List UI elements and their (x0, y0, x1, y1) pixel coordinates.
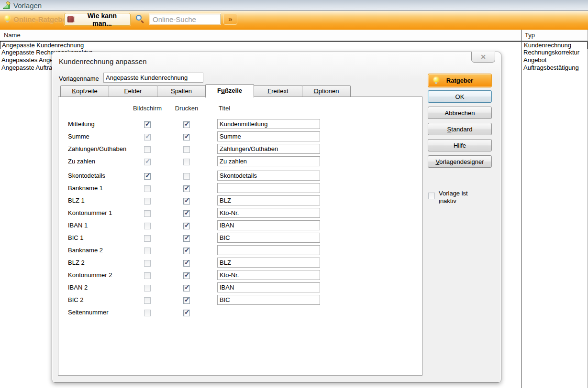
tab-optionen[interactable]: Optionen (302, 85, 351, 97)
tab-felder[interactable]: Felder (109, 85, 157, 97)
column-header-bildschirm: Bildschirm (128, 105, 166, 112)
print-checkbox[interactable]: ✓ (183, 297, 190, 304)
titel-input[interactable] (217, 220, 320, 230)
tab-freitext[interactable]: Freitext (254, 85, 302, 97)
cell-typ: Angebot (523, 56, 546, 64)
titel-input[interactable] (217, 183, 320, 193)
check-icon: ✓ (184, 132, 190, 140)
screen-checkbox[interactable] (144, 210, 151, 217)
row-label: Skontodetails (68, 172, 105, 179)
column-header-name[interactable]: Name (4, 30, 21, 41)
titel-input[interactable] (217, 233, 320, 243)
ok-button[interactable]: OK (428, 90, 492, 103)
titel-input[interactable] (217, 144, 320, 154)
titel-input[interactable] (217, 208, 320, 218)
print-checkbox[interactable]: ✓ (183, 134, 190, 140)
vorlagenname-label: Vorlagenname (59, 75, 99, 82)
titel-input[interactable] (217, 282, 320, 292)
dialog-side-panel: RatgeberOKAbbrechenStandardHilfeVorlagen… (428, 52, 492, 383)
row-label: Zu zahlen (68, 158, 95, 165)
row-label: IBAN 1 (68, 222, 88, 229)
ratgeber-button[interactable]: Ratgeber (428, 74, 492, 87)
form-row: Kontonummer 1✓ (58, 207, 422, 218)
form-row: BLZ 1✓ (58, 194, 422, 206)
screen-checkbox[interactable] (144, 297, 151, 304)
print-checkbox[interactable]: ✓ (183, 260, 190, 267)
titel-input[interactable] (217, 245, 320, 255)
print-checkbox[interactable] (183, 173, 190, 180)
print-checkbox[interactable] (183, 159, 190, 165)
print-checkbox[interactable]: ✓ (183, 121, 190, 128)
print-checkbox[interactable]: ✓ (183, 198, 190, 205)
titel-input[interactable] (217, 195, 320, 205)
screen-checkbox[interactable]: ✓ (144, 159, 151, 165)
wie-kann-man-button[interactable]: Wie kann man... (64, 13, 131, 26)
table-row[interactable]: Angepasste KundenrechnungKundenrechnung (0, 41, 588, 49)
vorlage-inaktiv-checkbox[interactable] (428, 193, 435, 199)
screen-checkbox[interactable] (144, 272, 151, 279)
check-icon: ✓ (184, 246, 190, 254)
screen-checkbox[interactable] (144, 198, 151, 205)
form-row: Mitteilung✓✓ (58, 118, 422, 129)
form-row: Summe✓✓ (58, 130, 422, 142)
screen-checkbox[interactable] (144, 248, 151, 254)
tab-spalten[interactable]: Spalten (157, 85, 206, 97)
print-checkbox[interactable]: ✓ (183, 185, 190, 192)
online-ratgeber-label[interactable]: Online-Ratgeber (13, 15, 69, 23)
column-header-typ[interactable]: Typ (525, 30, 535, 41)
row-label: Kontonummer 2 (68, 271, 112, 279)
screen-checkbox[interactable] (144, 260, 151, 267)
search-go-button[interactable]: » (223, 13, 237, 25)
column-divider (521, 30, 522, 388)
grid-header: Name Typ (0, 30, 588, 41)
titel-input[interactable] (217, 119, 320, 129)
form-row: IBAN 1✓ (58, 219, 422, 231)
screen-checkbox[interactable] (144, 285, 151, 291)
hilfe-button[interactable]: Hilfe (428, 139, 492, 151)
screen-checkbox[interactable] (144, 185, 151, 192)
print-checkbox[interactable]: ✓ (183, 248, 190, 254)
titel-input[interactable] (217, 258, 320, 268)
online-search-input[interactable] (150, 14, 221, 24)
titel-input[interactable] (217, 156, 320, 166)
form-row: Zahlungen/Guthaben (58, 143, 422, 154)
print-checkbox[interactable]: ✓ (183, 223, 190, 229)
screen-checkbox[interactable]: ✓ (144, 173, 151, 180)
screen-checkbox[interactable] (144, 223, 151, 229)
screen-checkbox[interactable] (144, 146, 151, 153)
titel-input[interactable] (217, 270, 320, 280)
tab-kopfzeile[interactable]: Kopfzeile (60, 85, 109, 97)
search-icon (136, 15, 144, 23)
row-label: IBAN 2 (68, 284, 88, 291)
titel-input[interactable] (217, 171, 320, 181)
cell-typ: Kundenrechnung (524, 42, 571, 49)
print-checkbox[interactable] (183, 146, 190, 153)
screen-checkbox[interactable]: ✓ (144, 134, 151, 140)
abbrechen-button[interactable]: Abbrechen (428, 107, 492, 119)
cell-typ: Rechnungskorrektur (523, 49, 579, 56)
form-row: BLZ 2✓ (58, 257, 422, 268)
print-checkbox[interactable]: ✓ (183, 210, 190, 217)
column-header-titel: Titel (219, 105, 230, 112)
standard-button[interactable]: Standard (428, 123, 492, 135)
screen-checkbox[interactable]: ✓ (144, 121, 151, 128)
print-checkbox[interactable]: ✓ (183, 272, 190, 279)
print-checkbox[interactable]: ✓ (183, 310, 190, 316)
titel-input[interactable] (217, 295, 320, 305)
check-icon: ✓ (184, 259, 190, 266)
check-icon: ✓ (145, 132, 151, 140)
tab-fusszeile[interactable]: Fußzeile (205, 84, 254, 97)
print-checkbox[interactable]: ✓ (183, 235, 190, 242)
check-icon: ✓ (184, 308, 190, 316)
form-row: Skontodetails✓ (58, 170, 422, 181)
vorlagenname-input[interactable] (103, 73, 203, 83)
check-icon: ✓ (184, 271, 190, 279)
screen-checkbox[interactable] (144, 235, 151, 242)
row-label: BLZ 2 (68, 259, 85, 266)
vorlagendesigner-button[interactable]: Vorlagendesigner (428, 155, 492, 168)
form-row: Zu zahlen✓ (58, 155, 422, 167)
screen-checkbox[interactable] (144, 310, 151, 316)
print-checkbox[interactable]: ✓ (183, 285, 190, 291)
cell-typ: Auftragsbestätigung (523, 64, 579, 72)
titel-input[interactable] (217, 131, 320, 141)
